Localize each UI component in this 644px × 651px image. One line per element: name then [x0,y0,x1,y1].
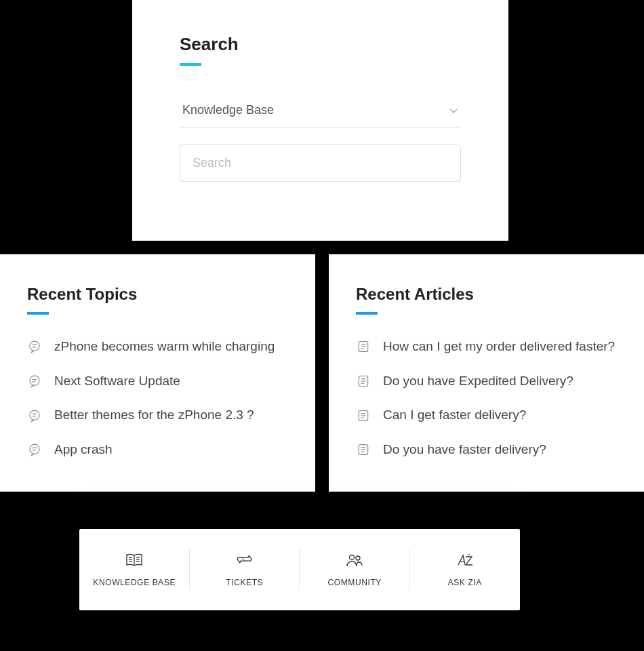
chat-icon [27,374,42,389]
nav-tickets[interactable]: TICKETS [190,529,300,610]
columns: Recent Topics zPhone becomes warm while … [0,254,644,492]
chat-icon [27,339,42,354]
svg-point-36 [350,555,355,560]
heading-underline [27,312,49,315]
article-item[interactable]: Can I get faster delivery? [356,407,617,424]
nav-ask-zia[interactable]: ASK ZIA [410,529,521,610]
topic-item[interactable]: Better themes for the zPhone 2.3 ? [27,407,288,424]
heading-underline [356,312,378,315]
search-heading: Search [180,34,461,55]
document-icon [356,408,371,423]
article-item[interactable]: How can I get my order delivered faster? [356,338,617,355]
scope-dropdown-label: Knowledge Base [182,103,274,117]
document-icon [356,442,371,457]
topic-item[interactable]: App crash [27,441,288,458]
book-icon [125,552,143,568]
document-icon [356,339,371,354]
people-icon [346,552,363,568]
chevron-down-icon [449,105,458,116]
topic-text: zPhone becomes warm while charging [54,338,275,355]
recent-articles-card: Recent Articles How can I get my order d… [329,254,644,492]
scope-dropdown[interactable]: Knowledge Base [180,96,461,127]
svg-point-39 [468,554,470,555]
svg-point-3 [30,376,39,385]
svg-point-0 [30,341,39,351]
document-icon [356,374,371,389]
article-text: Do you have faster delivery? [383,441,546,458]
search-card: Search Knowledge Base [132,0,508,241]
bottom-nav: KNOWLEDGE BASE TICKETS COMMUNITY [79,529,520,610]
nav-label: COMMUNITY [328,578,382,587]
article-text: Do you have Expedited Delivery? [383,373,573,390]
topic-item[interactable]: Next Software Update [27,373,288,390]
svg-point-6 [30,410,39,420]
article-item[interactable]: Do you have faster delivery? [356,441,617,458]
chat-icon [27,408,42,423]
nav-label: TICKETS [226,578,263,587]
nav-knowledge-base[interactable]: KNOWLEDGE BASE [79,529,190,610]
nav-label: KNOWLEDGE BASE [93,578,176,587]
topic-text: App crash [54,441,113,458]
zia-icon [456,552,474,568]
svg-point-9 [30,444,39,454]
ticket-icon [236,552,254,568]
recent-topics-heading: Recent Topics [27,285,288,304]
topic-text: Better themes for the zPhone 2.3 ? [54,407,254,424]
recent-articles-heading: Recent Articles [356,285,617,304]
svg-point-37 [356,556,360,560]
nav-community[interactable]: COMMUNITY [300,529,410,610]
heading-underline [180,63,201,66]
topic-item[interactable]: zPhone becomes warm while charging [27,338,288,355]
topic-text: Next Software Update [54,373,180,390]
article-text: How can I get my order delivered faster? [383,338,615,355]
search-input[interactable] [180,144,461,182]
chat-icon [27,442,42,457]
nav-label: ASK ZIA [448,578,482,587]
recent-topics-card: Recent Topics zPhone becomes warm while … [0,254,315,492]
article-item[interactable]: Do you have Expedited Delivery? [356,373,617,390]
article-text: Can I get faster delivery? [383,407,526,424]
